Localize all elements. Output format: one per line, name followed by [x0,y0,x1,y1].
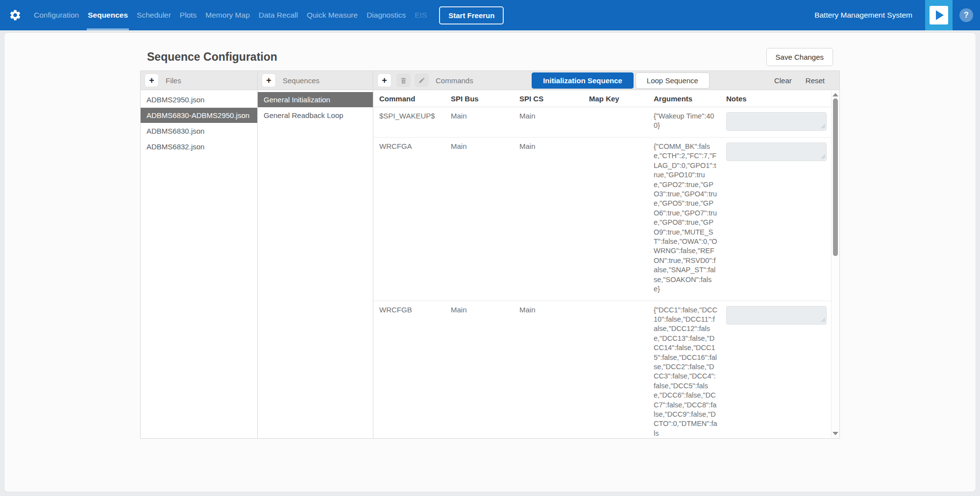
nav-item-quick-measure[interactable]: Quick Measure [302,0,362,30]
sequence-type-toggle: Initialization Sequence Loop Sequence [532,72,710,89]
page-header: Sequence Configuration Save Changes [140,33,840,71]
column-header: Notes [720,94,831,103]
spi-bus-cell: Main [445,112,514,120]
command-row[interactable]: WRCFGBMainMain{"DCC1":false,"DCC10":fals… [373,301,831,439]
settings-gear-icon[interactable] [7,7,24,24]
notes-cell [720,112,831,131]
notes-input[interactable] [726,306,827,325]
nav-item-plots[interactable]: Plots [175,0,201,30]
arguments-cell: {"DCC1":false,"DCC10":false,"DCC11":fals… [648,306,720,439]
sequences-panel-title: Sequences [283,76,319,85]
arguments-cell: {"Wakeup Time":400} [648,112,720,131]
nav-item-scheduler[interactable]: Scheduler [132,0,175,30]
add-sequence-button[interactable]: + [262,73,276,87]
scroll-up-arrow-icon[interactable] [833,93,838,96]
command-row[interactable]: $SPI_WAKEUP$MainMain{"Wakeup Time":400} [373,107,831,138]
spi-cs-cell: Main [514,306,583,314]
page-title: Sequence Configuration [147,50,277,64]
help-icon[interactable]: ? [959,8,973,22]
commands-table-header: CommandSPI BusSPI CSMap KeyArgumentsNote… [373,90,839,107]
notes-cell [720,306,831,325]
nav-item-sequences[interactable]: Sequences [83,0,132,30]
file-list-item[interactable]: ADBMS6830-ADBMS2950.json [141,108,257,123]
nav-item-memory-map[interactable]: Memory Map [201,0,254,30]
column-header: SPI Bus [445,94,514,103]
file-list-item[interactable]: ADBMS6832.json [141,139,257,154]
play-icon [930,6,948,24]
command-cell: WRCFGB [373,306,445,314]
file-list-item[interactable]: ADBMS6830.json [141,123,257,139]
add-command-button[interactable]: + [377,73,392,87]
top-navbar: ConfigurationSequencesSchedulerPlotsMemo… [0,0,980,30]
file-list-item[interactable]: ADBMS2950.json [141,92,257,107]
sequences-panel-header: + Sequences [258,71,373,90]
edit-command-button[interactable] [415,73,429,87]
clear-link[interactable]: Clear [774,76,792,85]
notes-cell [720,142,831,161]
nav-item-configuration[interactable]: Configuration [29,0,83,30]
panels-container: + Files ADBMS2950.jsonADBMS6830-ADBMS295… [140,71,840,439]
sequence-list-item[interactable]: General Initialization [258,92,373,107]
loop-sequence-tab[interactable]: Loop Sequence [636,72,710,89]
spi-bus-cell: Main [445,306,514,314]
scroll-down-arrow-icon[interactable] [833,432,838,435]
scrollbar-thumb[interactable] [833,98,838,256]
arguments-cell: {"COMM_BK":false,"CTH":2,"FC":7,"FLAG_D"… [648,142,720,294]
commands-scrollbar [831,91,839,438]
command-cell: WRCFGA [373,142,445,150]
pencil-icon [418,77,425,84]
files-panel: + Files ADBMS2950.jsonADBMS6830-ADBMS295… [141,71,258,438]
spi-cs-cell: Main [514,112,583,120]
sequence-list-item[interactable]: General Readback Loop [258,108,373,123]
column-header: Arguments [648,94,720,103]
commands-panel-header: + Commands Initialization Sequence [373,71,839,90]
nav-item-eis[interactable]: EIS [410,0,431,30]
save-changes-button[interactable]: Save Changes [766,48,833,66]
commands-table: CommandSPI BusSPI CSMap KeyArgumentsNote… [373,90,839,438]
nav-item-diagnostics[interactable]: Diagnostics [362,0,410,30]
notes-input[interactable] [726,112,827,131]
spi-bus-cell: Main [445,142,514,150]
main-card: Sequence Configuration Save Changes + Fi… [4,32,976,492]
command-row[interactable]: WRCFGAMainMain{"COMM_BK":false,"CTH":2,"… [373,138,831,301]
spi-cs-cell: Main [514,142,583,150]
column-header: Map Key [583,94,648,103]
column-header: SPI CS [514,94,583,103]
command-cell: $SPI_WAKEUP$ [373,112,445,120]
nav-item-data-recall[interactable]: Data Recall [254,0,302,30]
files-panel-header: + Files [141,71,257,90]
commands-panel: + Commands Initialization Sequence [373,71,839,438]
start-freerun-button[interactable]: Start Freerun [439,6,504,24]
files-list: ADBMS2950.jsonADBMS6830-ADBMS2950.jsonAD… [141,90,257,155]
nav-items: ConfigurationSequencesSchedulerPlotsMemo… [29,0,431,30]
sequences-panel: + Sequences General InitializationGenera… [258,71,373,438]
app-brand-title: Battery Management System [814,11,912,20]
initialization-sequence-tab[interactable]: Initialization Sequence [532,72,634,89]
delete-command-button[interactable] [396,73,411,87]
reset-link[interactable]: Reset [806,76,825,85]
column-header: Command [373,94,445,103]
commands-table-body: $SPI_WAKEUP$MainMain{"Wakeup Time":400}W… [373,107,831,438]
sequences-list: General InitializationGeneral Readback L… [258,90,373,123]
trash-icon [400,77,407,84]
commands-panel-title: Commands [436,76,473,85]
notes-input[interactable] [726,142,827,161]
play-button[interactable] [925,0,953,30]
add-file-button[interactable]: + [145,73,159,87]
files-panel-title: Files [166,76,181,85]
